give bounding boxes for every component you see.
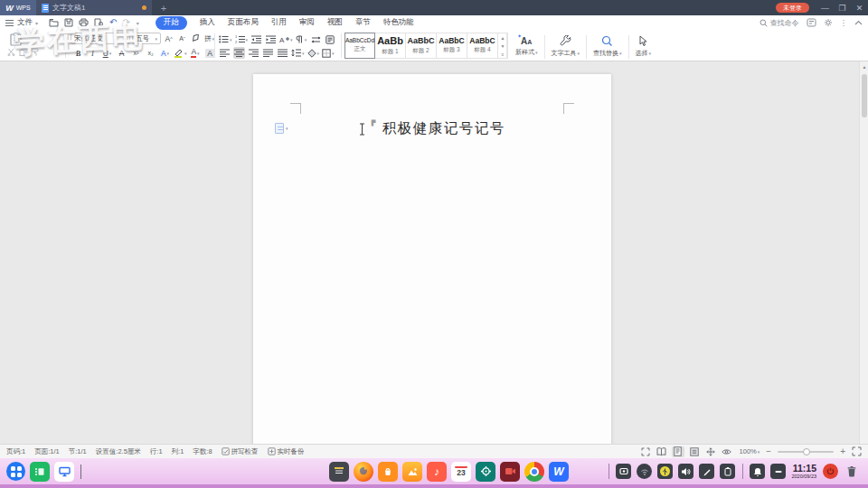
eye-protection-icon[interactable] xyxy=(721,446,733,457)
distribute-icon[interactable] xyxy=(277,47,288,59)
align-left-icon[interactable] xyxy=(219,47,231,59)
minimize-button[interactable]: — xyxy=(816,0,834,15)
italic-button[interactable]: I xyxy=(87,47,99,59)
scrollbar-thumb[interactable] xyxy=(862,74,867,117)
font-name-select[interactable]: 宋体(正文) ▾ xyxy=(71,33,130,44)
new-style-button[interactable]: AA✦ 新样式▾ xyxy=(511,32,542,61)
align-center-icon[interactable] xyxy=(233,47,245,59)
bold-button[interactable]: B xyxy=(72,47,84,59)
search-command[interactable]: 查找命令 xyxy=(760,18,799,28)
show-desktop-tray-icon[interactable] xyxy=(770,464,786,479)
line-spacing-button[interactable]: ▾ xyxy=(291,47,305,59)
wps-logo[interactable]: W WPS xyxy=(0,0,36,15)
find-replace-button[interactable]: 查找替换▾ xyxy=(589,32,627,61)
bullets-button[interactable]: ▾ xyxy=(219,33,232,45)
music-player-icon[interactable]: ♪ xyxy=(427,462,447,482)
zoom-slider[interactable] xyxy=(778,451,834,453)
tab-view[interactable]: 视图 xyxy=(327,17,343,28)
grow-font-button[interactable]: A^ xyxy=(163,33,175,44)
tab-references[interactable]: 引用 xyxy=(271,17,287,28)
tab-review[interactable]: 审阅 xyxy=(299,17,315,28)
launcher-button[interactable] xyxy=(6,462,25,481)
fullscreen-view-icon[interactable] xyxy=(639,446,652,457)
text-effects-button[interactable]: A▾ xyxy=(159,47,171,59)
outline-view-icon[interactable] xyxy=(688,446,701,457)
highlight-button[interactable]: ▾ xyxy=(174,47,187,59)
file-menu[interactable]: 文件 xyxy=(17,17,33,28)
spellcheck-toggle[interactable]: 拼写检查 xyxy=(222,447,259,456)
show-desktop-icon[interactable] xyxy=(54,462,74,482)
font-color-button[interactable]: A▾ xyxy=(190,47,202,59)
collapse-ribbon-icon[interactable] xyxy=(854,20,863,25)
vertical-scrollbar[interactable]: ▲ xyxy=(859,61,868,444)
style-normal[interactable]: AaBbCcDd 正文 xyxy=(344,33,375,59)
zoom-out-button[interactable]: − xyxy=(766,447,771,456)
read-mode-icon[interactable] xyxy=(656,446,668,457)
font-size-select[interactable]: 五号 ▾ xyxy=(132,33,161,44)
paste-icon[interactable] xyxy=(9,33,24,46)
firefox-icon[interactable] xyxy=(354,462,373,482)
fit-page-icon[interactable] xyxy=(852,446,862,456)
paragraph-layout-icon[interactable] xyxy=(325,33,336,45)
document-tab[interactable]: 文字文稿1 xyxy=(36,0,152,15)
save-icon[interactable] xyxy=(64,18,73,27)
task-pane-icon[interactable] xyxy=(807,18,816,27)
close-button[interactable]: ✕ xyxy=(851,0,868,15)
wps-writer-icon[interactable]: W xyxy=(549,462,569,482)
select-button[interactable]: 选择▾ xyxy=(631,32,656,61)
style-heading3[interactable]: AaBbC 标题 3 xyxy=(437,33,467,59)
tab-insert[interactable]: 插入 xyxy=(200,17,215,28)
new-tab-button[interactable]: + xyxy=(152,0,175,15)
borders-button[interactable]: ▾ xyxy=(322,47,335,59)
show-marks-button[interactable]: ▾ xyxy=(296,33,307,45)
style-heading1[interactable]: AaBb 标题 1 xyxy=(375,33,406,59)
customize-toolbar-icon[interactable]: ▾ xyxy=(137,20,139,26)
zoom-level[interactable]: 100%▾ xyxy=(740,447,760,455)
network-icon[interactable] xyxy=(637,464,652,479)
taskbar-clock[interactable]: 11:15 2020/09/23 xyxy=(791,464,816,479)
trash-icon[interactable] xyxy=(844,464,859,479)
strikethrough-button[interactable]: A xyxy=(116,47,127,59)
print-icon[interactable] xyxy=(79,18,89,27)
notifications-bell-icon[interactable] xyxy=(750,464,765,479)
chrome-icon[interactable] xyxy=(524,462,544,482)
document-heading-line[interactable]: ▛ 积极健康记号记号 xyxy=(253,119,611,138)
archive-manager-icon[interactable] xyxy=(329,462,349,482)
scroll-up-icon[interactable]: ▲ xyxy=(860,61,868,72)
format-painter-icon[interactable] xyxy=(31,48,40,56)
screen-capture-icon[interactable] xyxy=(616,464,631,479)
control-center-icon[interactable] xyxy=(476,462,495,482)
more-options-icon[interactable]: ⋮ xyxy=(840,18,848,27)
underline-button[interactable]: U▾ xyxy=(101,47,113,59)
live-backup-toggle[interactable]: 实时备份 xyxy=(268,447,305,456)
increase-indent-icon[interactable] xyxy=(265,33,277,45)
zoom-slider-knob[interactable] xyxy=(803,448,810,455)
image-viewer-icon[interactable] xyxy=(402,462,422,482)
subscript-button[interactable]: x₂ xyxy=(145,47,156,59)
login-button[interactable]: 未登录 xyxy=(776,3,809,13)
asian-layout-button[interactable] xyxy=(310,33,322,45)
shading-button[interactable]: ▾ xyxy=(307,47,320,59)
page-view-icon[interactable] xyxy=(672,446,684,457)
usb-device-icon[interactable] xyxy=(657,464,673,479)
movie-player-icon[interactable] xyxy=(500,462,520,482)
decrease-indent-icon[interactable] xyxy=(250,33,262,45)
print-preview-icon[interactable] xyxy=(94,18,104,27)
power-button-icon[interactable] xyxy=(823,464,838,479)
settings-gear-icon[interactable] xyxy=(824,18,833,27)
file-manager-icon[interactable] xyxy=(30,462,50,482)
text-tools-button[interactable]: 文字工具▾ xyxy=(547,32,585,61)
document-workspace[interactable]: ▾ ▛ 积极健康记号记号 ▲ xyxy=(0,61,868,444)
zoom-in-button[interactable]: + xyxy=(840,447,845,456)
tab-section[interactable]: 章节 xyxy=(355,17,371,28)
open-icon[interactable] xyxy=(49,18,59,27)
style-heading2[interactable]: AaBbC 标题 2 xyxy=(406,33,437,59)
tab-home[interactable]: 开始 xyxy=(156,16,187,30)
undo-icon[interactable]: ↶ xyxy=(109,18,117,27)
pen-input-icon[interactable] xyxy=(699,464,714,479)
clipboard-tray-icon[interactable] xyxy=(720,464,735,479)
clear-format-icon[interactable] xyxy=(190,33,202,44)
copy-icon[interactable] xyxy=(19,48,27,56)
char-scale-button[interactable]: A▾ xyxy=(279,33,293,45)
justify-icon[interactable] xyxy=(262,47,274,59)
